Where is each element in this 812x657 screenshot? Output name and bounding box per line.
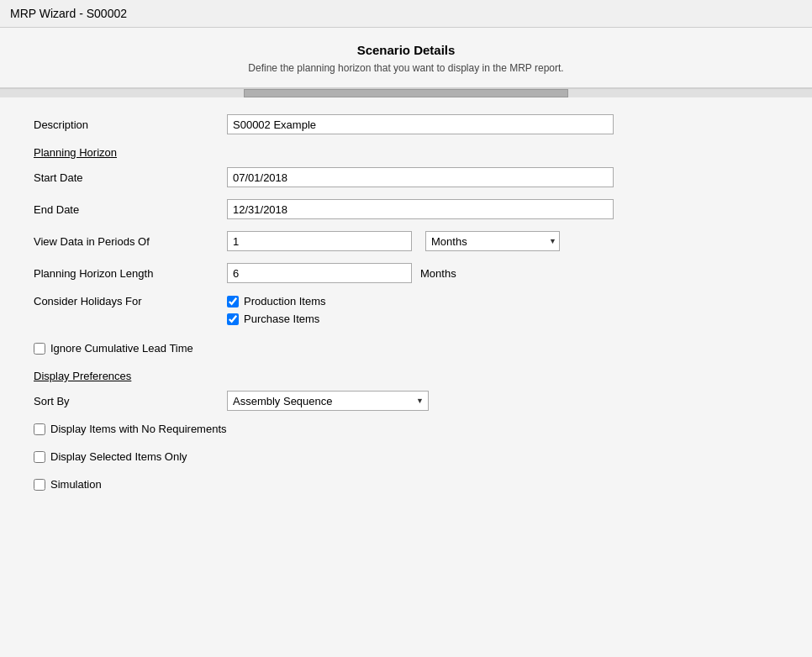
consider-holidays-checkboxes: Production Items Purchase Items [227,295,326,330]
selected-only-checkbox[interactable] [34,451,45,463]
display-preferences-label: Display Preferences [34,370,131,382]
selected-only-label: Display Selected Items Only [50,450,187,463]
display-preferences-section-label: Display Preferences [34,370,778,382]
header-section: Scenario Details Define the planning hor… [0,28,812,89]
consider-holidays-label: Consider Holidays For [34,295,227,307]
horizon-length-unit: Months [420,267,456,280]
simulation-checkbox[interactable] [34,479,45,491]
end-date-input[interactable] [227,199,614,219]
planning-horizon-label: Planning Horizon [34,146,117,159]
no-requirements-row: Display Items with No Requirements [34,423,778,435]
simulation-row: Simulation [34,478,778,491]
sort-by-select[interactable]: Assembly Sequence Item Code Description [227,391,429,411]
no-requirements-label: Display Items with No Requirements [50,423,227,435]
view-data-label: View Data in Periods Of [34,235,227,248]
end-date-label: End Date [34,203,227,216]
planning-horizon-section-label: Planning Horizon [34,146,778,159]
production-items-label: Production Items [244,295,326,307]
horizon-length-label: Planning Horizon Length [34,267,227,280]
description-label: Description [34,118,227,131]
ignore-cumulative-row: Ignore Cumulative Lead Time [34,342,778,355]
periods-row: Months Weeks Days [227,231,560,251]
display-checkboxes: Display Items with No Requirements Displ… [34,423,778,491]
view-data-input[interactable] [227,231,412,251]
purchase-items-row: Purchase Items [227,313,326,325]
ignore-cumulative-checkbox[interactable] [34,343,45,355]
period-unit-select[interactable]: Months Weeks Days [425,231,560,251]
end-date-row: End Date [34,199,778,219]
start-date-row: Start Date [34,167,778,187]
description-row: Description [34,114,778,134]
header-title: Scenario Details [17,43,795,57]
selected-only-row: Display Selected Items Only [34,450,778,463]
horizon-length-row: Planning Horizon Length Months [34,263,778,283]
period-unit-wrapper: Months Weeks Days [425,231,560,251]
scrollbar[interactable] [0,89,812,97]
start-date-input[interactable] [227,167,614,187]
title-bar: MRP Wizard - S00002 [0,0,812,28]
no-requirements-checkbox[interactable] [34,423,45,435]
sort-by-label: Sort By [34,395,227,407]
ignore-cumulative-label: Ignore Cumulative Lead Time [50,342,193,355]
sort-by-wrapper: Assembly Sequence Item Code Description [227,391,429,411]
content-area: Description Planning Horizon Start Date … [0,97,812,657]
horizon-length-input[interactable] [227,263,412,283]
production-items-checkbox[interactable] [227,296,239,307]
purchase-items-checkbox[interactable] [227,313,239,325]
start-date-label: Start Date [34,171,227,184]
scrollbar-thumb[interactable] [244,89,568,97]
production-items-row: Production Items [227,295,326,307]
window-title: MRP Wizard - S00002 [10,7,127,20]
consider-holidays-row: Consider Holidays For Production Items P… [34,295,778,330]
main-window: MRP Wizard - S00002 Scenario Details Def… [0,0,812,657]
simulation-label: Simulation [50,478,102,491]
description-input[interactable] [227,114,614,134]
sort-by-row: Sort By Assembly Sequence Item Code Desc… [34,391,778,411]
header-subtitle: Define the planning horizon that you wan… [17,62,795,74]
view-data-row: View Data in Periods Of Months Weeks Day… [34,231,778,251]
purchase-items-label: Purchase Items [244,313,319,325]
